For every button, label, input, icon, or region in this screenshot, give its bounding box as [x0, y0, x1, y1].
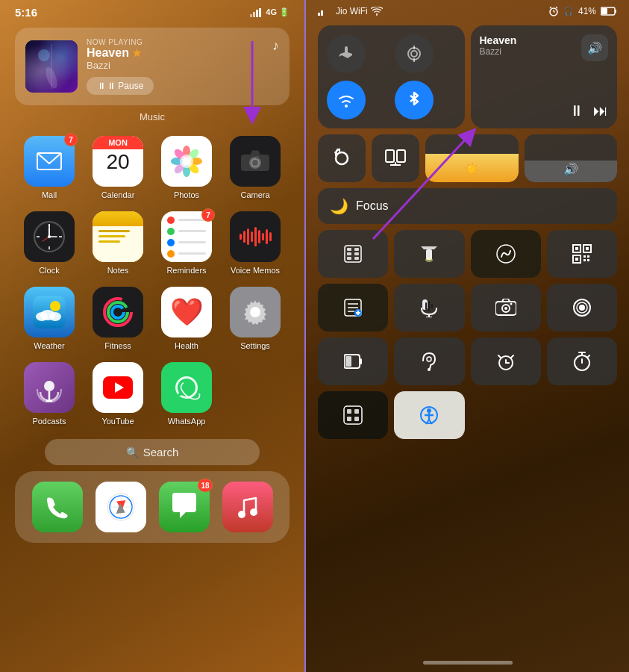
cc-row2: ☀️ 🔊 — [318, 134, 617, 182]
matter-icon-button[interactable] — [318, 391, 388, 439]
stopwatch-button[interactable] — [547, 337, 617, 385]
svg-rect-102 — [575, 258, 578, 261]
svg-rect-103 — [583, 255, 586, 258]
alarm-quick-button[interactable] — [471, 337, 541, 385]
svg-point-64 — [250, 508, 257, 516]
status-bar-right: Jio WiFi 🎧 41% — [306, 0, 629, 19]
podcasts-label: Podcasts — [32, 417, 66, 426]
dock-safari[interactable] — [96, 482, 146, 532]
app-item-photos[interactable]: Photos — [152, 130, 221, 205]
screen-mirror-button[interactable] — [372, 134, 419, 182]
app-item-mail[interactable]: 7 Mail — [15, 130, 84, 205]
svg-rect-66 — [318, 13, 320, 16]
cc-focus-row: 🌙 Focus — [318, 188, 617, 224]
svg-line-137 — [511, 355, 513, 358]
screen-rotation-button[interactable] — [318, 134, 366, 182]
shazam-button[interactable] — [471, 230, 541, 278]
svg-point-80 — [345, 105, 348, 108]
svg-rect-147 — [354, 417, 359, 421]
svg-rect-2 — [256, 10, 258, 17]
app-item-youtube[interactable]: YouTube — [84, 356, 152, 432]
calculator-button[interactable] — [318, 230, 388, 278]
fitness-label: Fitness — [104, 341, 131, 350]
app-item-health[interactable]: ❤️ Health — [152, 281, 221, 356]
cellular-button[interactable] — [395, 34, 434, 73]
app-item-fitness[interactable]: Fitness — [84, 281, 152, 356]
accessibility-button[interactable] — [394, 391, 464, 439]
volume-slider[interactable]: 🔊 — [525, 134, 618, 182]
dock-music[interactable] — [222, 482, 273, 532]
qr-scan-button[interactable] — [547, 230, 617, 278]
search-bar[interactable]: 🔍 Search — [45, 439, 260, 465]
mail-badge: 7 — [64, 133, 78, 146]
brightness-slider[interactable]: ☀️ — [425, 134, 519, 182]
airplane-mode-button[interactable] — [327, 34, 366, 73]
now-playing-widget[interactable]: NOW PLAYING Heaven ★ Bazzi ⏸ ⏸ Pause ♪ — [15, 28, 290, 105]
voice-record-button[interactable] — [394, 284, 464, 332]
svg-point-6 — [38, 49, 50, 61]
app-item-reminders[interactable]: 7 Reminders — [152, 205, 221, 281]
status-icons: 4G 🔋 — [250, 7, 290, 17]
clock-icon — [24, 211, 75, 262]
app-item-calendar[interactable]: MON 20 Calendar — [84, 130, 152, 205]
music-widget-label: Music — [0, 111, 304, 122]
moon-icon: 🌙 — [330, 197, 348, 215]
app-item-settings[interactable]: Settings — [221, 281, 290, 356]
clock-label: Clock — [39, 266, 60, 275]
status-right-icons: 🎧 41% — [548, 6, 617, 16]
svg-line-136 — [498, 355, 501, 358]
search-icon: 🔍 — [126, 447, 139, 458]
app-item-podcasts[interactable]: Podcasts — [15, 356, 84, 432]
camera-quick-button[interactable] — [471, 284, 541, 332]
skip-forward-button[interactable]: ⏭ — [593, 102, 608, 119]
album-art — [25, 40, 78, 93]
messages-icon: 18 — [159, 482, 210, 532]
svg-rect-89 — [347, 252, 351, 255]
svg-rect-3 — [259, 8, 261, 17]
svg-marker-93 — [421, 246, 437, 249]
signal-icon — [250, 8, 262, 17]
app-item-clock[interactable]: Clock — [15, 205, 84, 281]
hearing-button[interactable] — [394, 337, 464, 385]
svg-rect-74 — [601, 8, 607, 14]
notes-quick-button[interactable] — [318, 284, 388, 332]
left-phone-screen: 5:16 4G 🔋 — [0, 0, 306, 672]
wifi-toggle-button[interactable] — [327, 81, 366, 119]
now-playing-artist: Bazzi — [87, 60, 279, 71]
svg-rect-146 — [347, 417, 351, 421]
cc-np-song-title: Heaven — [480, 34, 517, 46]
svg-rect-118 — [425, 302, 427, 310]
flashlight-button[interactable] — [394, 230, 464, 278]
dock-messages[interactable]: 18 — [159, 482, 210, 532]
bluetooth-toggle-button[interactable] — [395, 81, 434, 119]
screen-record-button[interactable] — [547, 284, 617, 332]
svg-point-123 — [504, 307, 507, 310]
play-pause-button[interactable]: ⏸ — [569, 102, 584, 119]
alarm-icon — [548, 6, 559, 16]
focus-button[interactable]: 🌙 Focus — [318, 188, 617, 224]
app-item-whatsapp[interactable]: WhatsApp — [152, 356, 221, 432]
dock-phone[interactable] — [32, 482, 83, 532]
svg-rect-143 — [344, 406, 362, 424]
pause-icon: ⏸ — [97, 81, 106, 91]
app-item-notes[interactable]: Notes — [84, 205, 152, 281]
youtube-label: YouTube — [101, 417, 134, 426]
svg-rect-88 — [354, 248, 359, 251]
battery-body-icon — [601, 7, 617, 16]
reminders-label: Reminders — [166, 266, 206, 275]
svg-point-5 — [43, 66, 60, 90]
app-item-weather[interactable]: Weather — [15, 281, 84, 356]
svg-point-45 — [49, 312, 61, 321]
battery-saver-button[interactable] — [318, 337, 388, 385]
music-icon — [222, 482, 273, 532]
app-item-voicememos[interactable]: Voice Memos — [221, 205, 290, 281]
pause-button[interactable]: ⏸ ⏸ Pause — [87, 77, 154, 95]
app-item-camera[interactable]: Camera — [221, 130, 290, 205]
cc-np-info: Heaven Bazzi — [480, 34, 517, 57]
fitness-icon — [93, 287, 143, 337]
right-phone-screen: Jio WiFi 🎧 41% — [306, 0, 629, 672]
svg-rect-67 — [321, 10, 323, 16]
svg-rect-144 — [347, 409, 351, 414]
svg-point-20 — [180, 155, 193, 168]
svg-point-35 — [48, 235, 51, 238]
